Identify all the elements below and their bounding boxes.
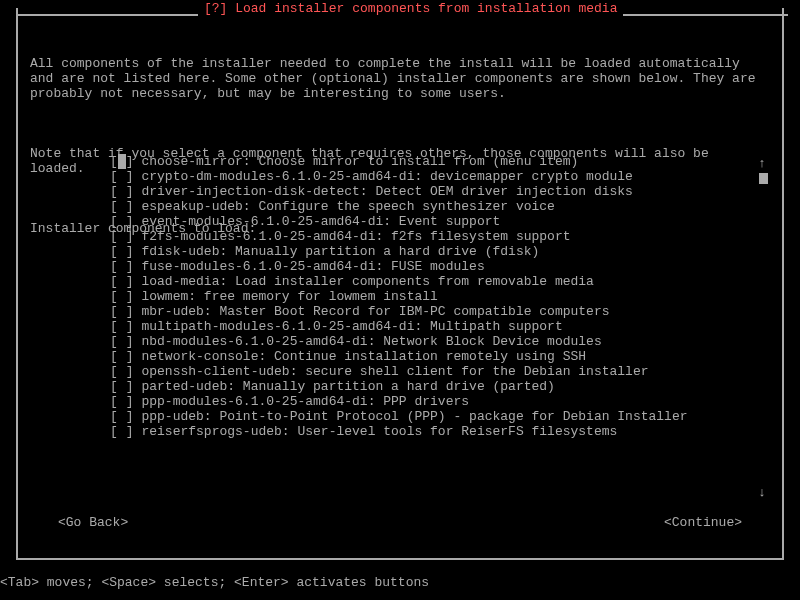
list-item[interactable]: [ ] choose-mirror: Choose mirror to inst… [110,154,758,169]
list-item[interactable]: [ ] fuse-modules-6.1.0-25-amd64-di: FUSE… [110,259,758,274]
list-item[interactable]: [ ] multipath-modules-6.1.0-25-amd64-di:… [110,319,758,334]
scroll-up-icon[interactable]: ↑ [758,156,766,171]
intro-para-1: All components of the installer needed t… [30,56,770,101]
title-line-right [623,14,788,16]
checkbox[interactable]: [ ] [110,229,141,244]
checkbox[interactable]: [ ] [110,349,141,364]
list-item-label: mbr-udeb: Master Boot Record for IBM-PC … [141,304,609,319]
checkbox[interactable]: [ ] [110,379,141,394]
list-item[interactable]: [ ] event-modules-6.1.0-25-amd64-di: Eve… [110,214,758,229]
list-item-label: driver-injection-disk-detect: Detect OEM… [141,184,632,199]
scroll-down-icon[interactable]: ↓ [758,485,766,500]
continue-button[interactable]: <Continue> [664,515,742,530]
checkbox[interactable]: [ ] [110,364,141,379]
dialog-title: [?] Load installer components from insta… [198,1,623,16]
checkbox[interactable]: [ ] [110,274,141,289]
checkbox[interactable]: [ ] [110,334,141,349]
dialog-title-row: [?] Load installer components from insta… [16,7,788,22]
list-item[interactable]: [ ] crypto-dm-modules-6.1.0-25-amd64-di:… [110,169,758,184]
list-item-label: ppp-modules-6.1.0-25-amd64-di: PPP drive… [141,394,469,409]
list-item[interactable]: [ ] ppp-udeb: Point-to-Point Protocol (P… [110,409,758,424]
list-item-label: load-media: Load installer components fr… [141,274,593,289]
component-list[interactable]: [ ] choose-mirror: Choose mirror to inst… [110,154,758,439]
button-row: <Go Back> <Continue> [58,515,742,530]
list-item[interactable]: [ ] f2fs-modules-6.1.0-25-amd64-di: f2fs… [110,229,758,244]
checkbox[interactable]: [ ] [110,154,141,169]
list-item[interactable]: [ ] espeakup-udeb: Configure the speech … [110,199,758,214]
title-line-left [16,14,198,16]
checkbox[interactable]: [ ] [110,409,141,424]
checkbox[interactable]: [ ] [110,244,141,259]
list-item-label: network-console: Continue installation r… [141,349,586,364]
list-item-label: nbd-modules-6.1.0-25-amd64-di: Network B… [141,334,601,349]
checkbox[interactable]: [ ] [110,289,141,304]
list-item-label: fdisk-udeb: Manually partition a hard dr… [141,244,539,259]
scroll-thumb[interactable] [759,173,768,184]
checkbox[interactable]: [ ] [110,319,141,334]
list-item[interactable]: [ ] network-console: Continue installati… [110,349,758,364]
footer-help: <Tab> moves; <Space> selects; <Enter> ac… [0,575,429,590]
list-item[interactable]: [ ] load-media: Load installer component… [110,274,758,289]
list-item[interactable]: [ ] mbr-udeb: Master Boot Record for IBM… [110,304,758,319]
checkbox[interactable]: [ ] [110,184,141,199]
checkbox[interactable]: [ ] [110,394,141,409]
checkbox[interactable]: [ ] [110,199,141,214]
list-item-label: multipath-modules-6.1.0-25-amd64-di: Mul… [141,319,562,334]
list-item[interactable]: [ ] reiserfsprogs-udeb: User-level tools… [110,424,758,439]
list-item-label: parted-udeb: Manually partition a hard d… [141,379,554,394]
list-item-label: f2fs-modules-6.1.0-25-amd64-di: f2fs fil… [141,229,570,244]
list-item-label: openssh-client-udeb: secure shell client… [141,364,648,379]
list-item-label: crypto-dm-modules-6.1.0-25-amd64-di: dev… [141,169,632,184]
list-item[interactable]: [ ] parted-udeb: Manually partition a ha… [110,379,758,394]
list-item[interactable]: [ ] driver-injection-disk-detect: Detect… [110,184,758,199]
list-item-label: espeakup-udeb: Configure the speech synt… [141,199,554,214]
go-back-button[interactable]: <Go Back> [58,515,128,530]
list-item-label: choose-mirror: Choose mirror to install … [141,154,578,169]
list-item[interactable]: [ ] lowmem: free memory for lowmem insta… [110,289,758,304]
list-item[interactable]: [ ] fdisk-udeb: Manually partition a har… [110,244,758,259]
checkbox[interactable]: [ ] [110,424,141,439]
checkbox[interactable]: [ ] [110,214,141,229]
list-item-label: ppp-udeb: Point-to-Point Protocol (PPP) … [141,409,687,424]
list-item[interactable]: [ ] nbd-modules-6.1.0-25-amd64-di: Netwo… [110,334,758,349]
checkbox[interactable]: [ ] [110,169,141,184]
dialog-frame: [?] Load installer components from insta… [16,8,784,560]
checkbox[interactable]: [ ] [110,259,141,274]
checkbox[interactable]: [ ] [110,304,141,319]
list-item-label: reiserfsprogs-udeb: User-level tools for… [141,424,617,439]
list-item-label: fuse-modules-6.1.0-25-amd64-di: FUSE mod… [141,259,484,274]
list-item[interactable]: [ ] openssh-client-udeb: secure shell cl… [110,364,758,379]
list-item-label: lowmem: free memory for lowmem install [141,289,437,304]
list-item[interactable]: [ ] ppp-modules-6.1.0-25-amd64-di: PPP d… [110,394,758,409]
list-item-label: event-modules-6.1.0-25-amd64-di: Event s… [141,214,500,229]
